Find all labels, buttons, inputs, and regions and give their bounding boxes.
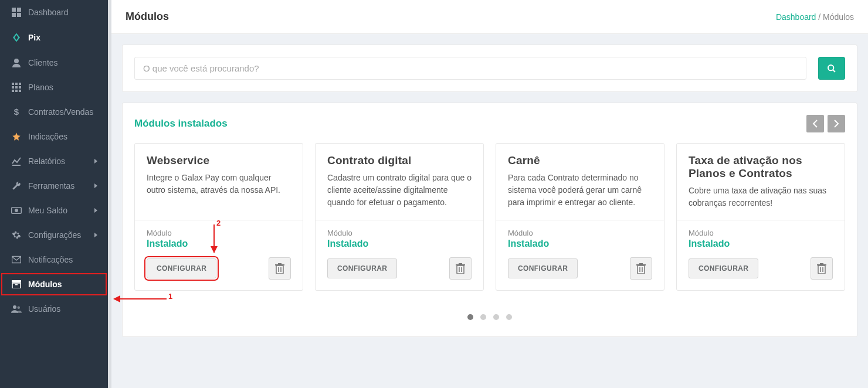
module-card-title: Webservice [147,154,291,167]
module-card-title: Carnê [508,154,652,167]
installed-title: Módulos instalados [134,118,228,130]
sidebar-item-meu-saldo[interactable]: Meu Saldo [0,198,108,223]
chevron-right-icon [833,120,839,128]
pix-icon [11,32,22,43]
sidebar-item-planos[interactable]: Planos [0,75,108,100]
carousel-prev-button[interactable] [806,115,824,132]
sidebar-item-label: Indicações [28,132,67,141]
sidebar-item-contratos-vendas[interactable]: $Contratos/Vendas [0,100,108,124]
sidebar-item-usu-rios[interactable]: Usuários [0,297,108,321]
sidebar-item-indica-es[interactable]: Indicações [0,124,108,149]
module-card-desc: Cobre uma taxa de ativação nas suas cobr… [689,185,833,209]
grid-icon [11,83,22,92]
delete-button[interactable] [269,257,291,280]
archive-icon [11,280,22,288]
carousel-dot[interactable] [493,314,499,320]
module-status-label: Módulo [689,229,833,237]
sidebar-item-m-dulos[interactable]: Módulos [0,272,108,297]
svg-rect-1 [17,8,21,12]
configure-button[interactable]: CONFIGURAR [508,258,578,278]
svg-line-25 [833,70,835,72]
module-status-label: Módulo [508,229,652,237]
gear-icon [11,230,22,240]
configure-button[interactable]: CONFIGURAR [327,258,397,278]
sidebar-item-label: Módulos [28,280,62,289]
module-card: Taxa de ativação nos Planos e ContratosC… [676,143,845,291]
page-header: Módulos Dashboard / Módulos [111,0,868,34]
svg-point-17 [15,209,18,212]
carousel-dot[interactable] [467,314,473,320]
svg-rect-9 [15,86,18,89]
svg-rect-3 [17,13,21,17]
trash-icon [456,263,465,274]
chart-icon [11,156,22,166]
module-card-desc: Para cada Contrato determinado no sistem… [508,172,652,209]
sidebar-item-configura-es[interactable]: Configurações [0,223,108,247]
svg-rect-21 [15,284,18,285]
sidebar-item-label: Notificações [28,255,73,264]
sidebar-item-pix[interactable]: Pix [0,25,108,50]
svg-rect-38 [639,263,643,264]
svg-rect-41 [818,266,825,274]
module-card-desc: Cadastre um contrato digital para que o … [327,172,472,209]
svg-rect-13 [19,90,21,92]
search-button[interactable] [818,57,845,80]
svg-rect-32 [456,264,465,266]
chevron-right-icon [94,208,97,213]
money-icon [11,206,22,215]
sidebar-item-label: Dashboard [28,8,69,17]
carousel-dots [134,314,845,325]
configure-button[interactable]: CONFIGURAR [147,258,216,278]
sidebar-item-label: Relatórios [28,156,65,166]
installed-modules-panel: Módulos instalados WebserviceIntegre o G… [122,103,857,337]
svg-rect-8 [12,86,14,89]
svg-rect-0 [12,8,16,12]
chevron-right-icon [94,159,97,164]
sidebar-item-dashboard[interactable]: Dashboard [0,0,108,25]
trash-icon [636,263,646,274]
sidebar-item-label: Contratos/Vendas [28,107,93,117]
sidebar-item-ferramentas[interactable]: Ferramentas [0,173,108,198]
module-status-label: Módulo [147,229,291,237]
svg-rect-26 [276,266,283,274]
svg-rect-20 [12,283,21,288]
carousel-next-button[interactable] [828,115,845,132]
sidebar: DashboardPixClientesPlanos$Contratos/Ven… [0,0,111,388]
breadcrumb-sep: / [816,12,823,22]
page-title: Módulos [126,11,169,23]
svg-point-4 [14,59,19,63]
module-card-title: Taxa de ativação nos Planos e Contratos [689,154,833,180]
svg-rect-11 [12,90,14,92]
delete-button[interactable] [811,257,833,280]
svg-rect-42 [817,264,826,266]
carousel-dot[interactable] [506,314,512,320]
svg-rect-43 [820,263,823,264]
svg-point-22 [13,305,16,309]
trash-icon [817,263,826,274]
search-icon [827,64,836,73]
chevron-right-icon [94,233,97,237]
svg-rect-2 [12,13,16,17]
configure-button[interactable]: CONFIGURAR [689,258,758,278]
users-icon [11,305,22,313]
module-card: WebserviceIntegre o Galax Pay com qualqu… [134,143,303,291]
person-icon [11,58,22,67]
module-card-title: Contrato digital [327,154,472,167]
delete-button[interactable] [630,257,652,280]
delete-button[interactable] [449,257,472,280]
breadcrumb-link-dashboard[interactable]: Dashboard [776,12,816,22]
carousel-dot[interactable] [480,314,486,320]
svg-rect-12 [15,90,18,92]
sidebar-item-clientes[interactable]: Clientes [0,50,108,75]
module-card: Contrato digitalCadastre um contrato dig… [315,143,484,291]
sidebar-item-notifica-es[interactable]: Notificações [0,247,108,272]
module-status-value: Instalado [327,239,472,249]
search-input[interactable] [134,57,806,80]
chevron-left-icon [812,120,818,128]
trash-icon [275,263,284,274]
sidebar-item-relat-rios[interactable]: Relatórios [0,149,108,173]
star-icon [11,132,22,141]
sidebar-item-label: Clientes [28,58,58,67]
sidebar-item-label: Ferramentas [28,181,74,190]
breadcrumb: Dashboard / Módulos [776,12,854,22]
